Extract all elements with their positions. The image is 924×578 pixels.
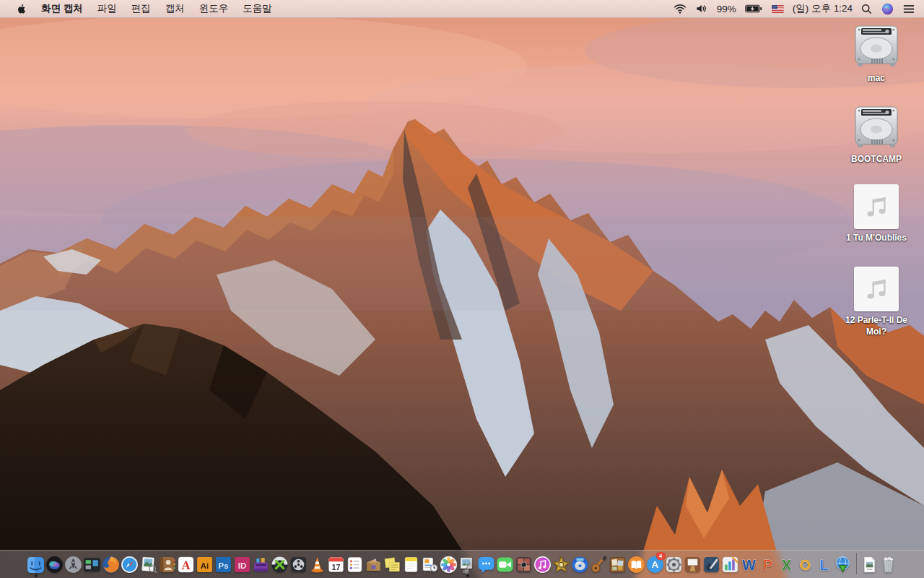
notification-center-icon[interactable] — [901, 4, 917, 14]
svg-text:Ai: Ai — [201, 561, 209, 569]
dock-system-preferences-icon[interactable] — [665, 551, 684, 577]
dock-messages-icon[interactable] — [477, 551, 496, 577]
dock-app-store-icon[interactable]: A4 — [646, 551, 665, 577]
wifi-icon[interactable] — [671, 4, 689, 14]
svg-text:O: O — [800, 556, 811, 572]
dock-powerpoint-icon[interactable]: P — [759, 551, 777, 577]
dock-x-app-icon[interactable] — [271, 551, 289, 577]
dock-acrobat-icon[interactable]: A — [177, 551, 196, 577]
svg-text:Ps: Ps — [219, 561, 229, 569]
dock-vlc-icon[interactable] — [308, 551, 327, 577]
dock-ibooks-icon[interactable] — [627, 551, 646, 577]
dock-stickies-icon[interactable] — [383, 551, 402, 577]
dock-keynote-icon[interactable] — [684, 551, 702, 577]
desktop-icon-audio-1[interactable]: 1 Tu M'Oublies — [833, 184, 920, 243]
dock-itunes-icon[interactable] — [533, 551, 552, 577]
dock-facetime-icon[interactable] — [496, 551, 515, 577]
svg-text:P: P — [763, 556, 772, 572]
dock-finder-icon[interactable] — [27, 551, 45, 577]
siri-icon[interactable] — [879, 3, 896, 15]
menu-edit[interactable]: 편집 — [124, 2, 158, 15]
svg-text:17: 17 — [331, 562, 340, 571]
dock-reminders-icon[interactable] — [346, 551, 365, 577]
active-app-menu[interactable]: 화면 캡처 — [34, 2, 90, 15]
dock-imovie-star-icon[interactable] — [552, 551, 571, 577]
dock-launchpad-icon[interactable] — [64, 551, 83, 577]
svg-text:W: W — [742, 556, 756, 572]
menu-window[interactable]: 윈도우 — [192, 2, 236, 15]
svg-text:X: X — [782, 556, 792, 572]
dock-pages-icon[interactable] — [702, 551, 721, 577]
dock-mission-control-icon[interactable] — [83, 551, 102, 577]
menu-help[interactable]: 도움말 — [235, 2, 279, 15]
dock-word-icon[interactable]: W — [740, 551, 759, 577]
desktop-icon-label: BOOTCAMP — [851, 153, 902, 165]
dock-package-icon[interactable] — [365, 551, 383, 577]
dock-firefox-icon[interactable] — [102, 551, 121, 577]
battery-charging-icon[interactable] — [743, 4, 764, 13]
hard-drive-icon — [850, 25, 903, 69]
dock-outlook-icon[interactable]: O — [796, 551, 815, 577]
svg-text:A: A — [181, 558, 190, 571]
dock-dvd-ripper-icon[interactable] — [571, 551, 590, 577]
dock-photoshop-icon[interactable]: Ps — [214, 551, 233, 577]
dock-documents-clock-icon[interactable] — [421, 551, 440, 577]
spotlight-icon[interactable] — [859, 4, 874, 14]
dock-globe-download-icon[interactable] — [834, 551, 853, 577]
us-flag-icon[interactable] — [770, 5, 786, 13]
menu-bar: 화면 캡처 파일 편집 캡처 윈도우 도움말 — [0, 0, 924, 18]
running-indicator — [466, 574, 469, 577]
clock[interactable]: (일) 오후 1:24 — [791, 2, 854, 15]
desktop-icon-mac-drive[interactable]: mac — [833, 25, 920, 84]
running-indicator — [35, 574, 38, 577]
battery-percent: 99% — [715, 4, 738, 14]
apple-menu[interactable] — [9, 3, 34, 15]
dock-calendar-icon[interactable]: 17 — [327, 551, 346, 577]
hard-drive-icon — [850, 105, 903, 150]
wallpaper-sierra-mountain — [0, 0, 924, 578]
dock-numbers-icon[interactable] — [721, 551, 740, 577]
dock-preview-icon[interactable] — [139, 551, 158, 577]
dock-excel-icon[interactable]: X — [777, 551, 796, 577]
dock-notes-icon[interactable] — [402, 551, 421, 577]
svg-text:ID: ID — [238, 561, 246, 569]
dock-indesign-icon[interactable]: ID — [233, 551, 252, 577]
dock-illustrator-icon[interactable]: Ai — [196, 551, 214, 577]
dock-toast-icon[interactable] — [252, 551, 271, 577]
dock-divider — [856, 553, 857, 574]
desktop: 화면 캡처 파일 편집 캡처 윈도우 도움말 — [0, 0, 924, 578]
dock-film-reel-icon[interactable] — [289, 551, 308, 577]
desktop-icon-label: 12 Parle-T-Il De Moi? — [834, 314, 918, 337]
menu-file[interactable]: 파일 — [90, 2, 124, 15]
dock-screen-capture-icon[interactable] — [458, 551, 477, 577]
desktop-icon-label: 1 Tu M'Oublies — [846, 232, 907, 243]
volume-icon[interactable] — [694, 4, 710, 14]
dock-safari-icon[interactable] — [121, 551, 139, 577]
dock-trash-full-icon[interactable] — [879, 551, 898, 577]
desktop-icon-bootcamp-drive[interactable]: BOOTCAMP — [833, 105, 920, 165]
audio-file-icon — [854, 184, 899, 229]
dock: AAiPsID17A4WPXOL — [0, 550, 924, 578]
desktop-icon-audio-2[interactable]: 12 Parle-T-Il De Moi? — [833, 267, 920, 337]
desktop-icon-label: mac — [868, 72, 885, 84]
apple-logo-icon — [16, 3, 27, 15]
dock-photo-booth-icon[interactable] — [515, 551, 533, 577]
dock-photos-icon[interactable] — [440, 551, 458, 577]
dock-contacts-icon[interactable] — [158, 551, 177, 577]
dock-document-file-icon[interactable] — [860, 551, 879, 577]
dock-iweb-icon[interactable] — [609, 551, 627, 577]
audio-file-icon — [854, 267, 899, 311]
svg-text:L: L — [819, 556, 828, 572]
dock-siri-icon[interactable] — [45, 551, 64, 577]
menu-capture[interactable]: 캡처 — [158, 2, 192, 15]
dock-lync-icon[interactable]: L — [815, 551, 834, 577]
svg-text:A: A — [652, 559, 659, 570]
dock-garageband-icon[interactable] — [590, 551, 609, 577]
